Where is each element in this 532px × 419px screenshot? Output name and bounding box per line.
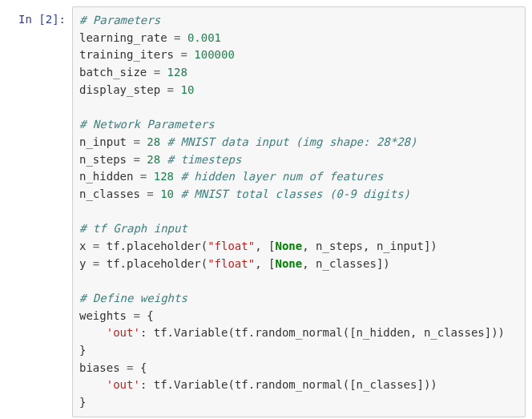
code-text: : tf.Variable(tf.random_normal([n_classe…	[140, 378, 437, 391]
string: "float"	[208, 240, 255, 252]
code-text: }	[79, 396, 86, 409]
operator: =	[147, 187, 153, 200]
code-text: n_hidden	[79, 170, 140, 183]
code-text: , n_classes])	[302, 257, 390, 270]
notebook-cell: In [2]: # Parameters learning_rate = 0.0…	[6, 6, 526, 417]
number: 28	[147, 153, 160, 166]
number: 0.001	[187, 31, 221, 44]
keyword-none: None	[275, 240, 302, 252]
code-text: learning_rate	[79, 31, 174, 44]
code-block: # Parameters learning_rate = 0.001 train…	[79, 12, 518, 412]
cell-prompt: In [2]:	[6, 6, 72, 28]
code-text: {	[140, 309, 154, 322]
code-text	[160, 153, 167, 166]
code-text: n_classes	[79, 187, 147, 200]
comment: # MNIST total classes (0-9 digits)	[180, 187, 410, 200]
number: 10	[160, 187, 174, 200]
comment: # Define weights	[79, 292, 187, 304]
comment: # Network Parameters	[79, 118, 215, 131]
number: 128	[154, 170, 174, 183]
code-text: batch_size	[79, 66, 154, 79]
number: 28	[147, 135, 160, 148]
code-text	[180, 31, 187, 44]
comment: # Parameters	[79, 14, 160, 26]
comment: # tf Graph input	[79, 222, 187, 235]
code-text: , n_steps, n_input])	[302, 240, 437, 252]
code-text: }	[79, 344, 86, 357]
code-text: biases	[79, 361, 127, 374]
code-text	[160, 66, 167, 79]
code-text: weights	[79, 309, 133, 322]
code-text	[160, 135, 167, 148]
code-text: y	[79, 257, 93, 270]
cell-input-area[interactable]: # Parameters learning_rate = 0.001 train…	[72, 6, 526, 417]
code-text: , [	[255, 257, 275, 270]
number: 128	[167, 66, 187, 79]
code-text	[154, 187, 160, 200]
operator: =	[154, 66, 160, 79]
number: 100000	[194, 48, 235, 61]
keyword-none: None	[275, 257, 302, 270]
code-text: , [	[255, 240, 275, 252]
code-text: tf.placeholder(	[99, 257, 208, 270]
code-text: display_step	[79, 83, 167, 96]
comment: # timesteps	[167, 153, 242, 166]
code-text: n_steps	[79, 153, 133, 166]
operator: =	[133, 153, 139, 166]
operator: =	[180, 48, 187, 61]
operator: =	[133, 135, 139, 148]
indent	[79, 378, 107, 391]
number: 10	[180, 83, 194, 96]
indent	[79, 326, 107, 339]
string: "float"	[208, 257, 255, 270]
code-text: n_input	[79, 135, 133, 148]
code-text	[147, 170, 153, 183]
code-text: : tf.Variable(tf.random_normal([n_hidden…	[140, 326, 505, 339]
code-text: {	[133, 361, 147, 374]
string: 'out'	[107, 378, 140, 391]
code-text: tf.placeholder(	[99, 240, 208, 252]
comment: # hidden layer num of features	[180, 170, 383, 183]
comment: # MNIST data input (img shape: 28*28)	[167, 135, 417, 148]
code-text: training_iters	[79, 48, 180, 61]
operator: =	[133, 309, 139, 322]
operator: =	[167, 83, 174, 96]
string: 'out'	[107, 326, 140, 339]
code-text: x	[79, 240, 93, 252]
